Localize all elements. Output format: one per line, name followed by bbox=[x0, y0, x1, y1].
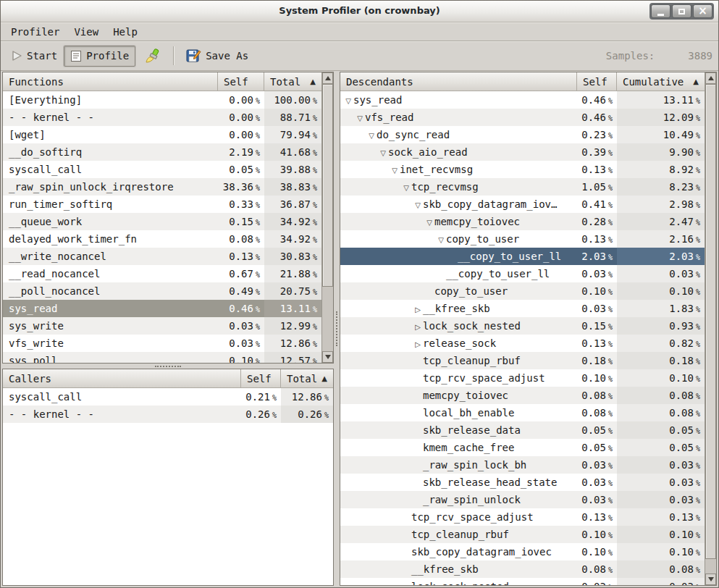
scroll-down-button[interactable] bbox=[322, 351, 333, 363]
function-name: tcp_cleanup_rbuf bbox=[411, 529, 509, 540]
descendant-row[interactable]: kmem_cache_free0.05%0.05% bbox=[340, 439, 705, 456]
percent-value: 0.13 bbox=[581, 511, 606, 523]
scrollbar-track[interactable] bbox=[322, 84, 333, 351]
save-as-button[interactable]: Save As bbox=[180, 44, 255, 67]
scroll-up-button[interactable] bbox=[322, 72, 333, 84]
function-name: do_sync_read bbox=[377, 129, 450, 140]
descendant-row[interactable]: ▽do_sync_read0.23%10.49% bbox=[340, 126, 705, 143]
descendant-row[interactable]: tcp_cleanup_rbuf0.18%0.18% bbox=[340, 352, 705, 369]
descendant-row[interactable]: tcp_rcv_space_adjust0.10%0.10% bbox=[340, 369, 705, 387]
function-row[interactable]: _raw_spin_unlock_irqrestore38.36%38.83% bbox=[3, 178, 321, 196]
expander-collapsed-icon[interactable]: ▷ bbox=[413, 301, 423, 317]
caller-row[interactable]: syscall_call0.21%12.86% bbox=[3, 388, 333, 406]
function-row[interactable]: __poll_nocancel0.49%20.75% bbox=[3, 282, 321, 300]
descendant-row[interactable]: skb_release_head_state0.03%0.03% bbox=[340, 474, 705, 491]
descendant-row[interactable]: memcpy_toiovec0.08%0.08% bbox=[340, 387, 705, 404]
functions-total-column-header[interactable]: Total ▲ bbox=[264, 72, 321, 91]
menu-item-view[interactable]: View bbox=[67, 24, 106, 40]
function-row[interactable]: syscall_call0.05%39.88% bbox=[3, 161, 321, 178]
function-row[interactable]: delayed_work_timer_fn0.08%34.92% bbox=[3, 230, 321, 248]
descendant-row[interactable]: ▽vfs_read0.46%12.09% bbox=[340, 109, 705, 126]
percent-value: 0.23 bbox=[581, 129, 606, 140]
descendant-row[interactable]: tcp_cleanup_rbuf0.10%0.10% bbox=[340, 526, 705, 543]
descendants-scrollbar[interactable] bbox=[705, 72, 716, 585]
callers-column-header[interactable]: Callers bbox=[3, 369, 241, 388]
profile-button-label: Profile bbox=[86, 50, 129, 62]
descendant-row[interactable]: __kfree_skb0.08%0.08% bbox=[340, 560, 705, 578]
descendant-row[interactable]: ▽skb_copy_datagram_iov…0.41%2.98% bbox=[340, 196, 705, 213]
expander-open-icon[interactable]: ▽ bbox=[366, 127, 377, 143]
descendant-row[interactable]: ▷lock_sock_nested0.15%0.93% bbox=[340, 317, 705, 335]
callers-self-column-header[interactable]: Self bbox=[241, 369, 281, 388]
descendant-row[interactable]: skb_release_data0.05%0.05% bbox=[340, 421, 705, 439]
scroll-down-button[interactable] bbox=[705, 574, 716, 585]
descendants-cumulative-column-header[interactable]: Cumulative ▲ bbox=[617, 72, 705, 91]
descendant-row[interactable]: ▽inet_recvmsg0.13%8.92% bbox=[340, 161, 705, 178]
horizontal-pane-splitter[interactable] bbox=[2, 364, 334, 369]
expander-collapsed-icon[interactable]: ▷ bbox=[413, 336, 423, 352]
function-row[interactable]: run_timer_softirq0.33%36.87% bbox=[3, 196, 321, 213]
self-percent-cell: 0.13% bbox=[218, 248, 264, 265]
function-row[interactable]: sys_read0.46%13.11% bbox=[3, 300, 321, 317]
descendant-row[interactable]: tcp_rcv_space_adjust0.13%0.13% bbox=[340, 508, 705, 526]
function-row[interactable]: sys_poll0.10%12.57% bbox=[3, 352, 321, 363]
expander-open-icon[interactable]: ▽ bbox=[378, 145, 388, 161]
scroll-up-button[interactable] bbox=[705, 72, 716, 84]
maximize-button[interactable] bbox=[672, 4, 691, 18]
expander-open-icon[interactable]: ▽ bbox=[390, 162, 400, 178]
menu-item-help[interactable]: Help bbox=[106, 24, 145, 40]
descendant-row[interactable]: __copy_to_user_ll2.03%2.03% bbox=[340, 248, 705, 265]
descendant-row[interactable]: ▽sys_read0.46%13.11% bbox=[340, 91, 705, 109]
expander-open-icon[interactable]: ▽ bbox=[401, 180, 411, 196]
descendant-row[interactable]: copy_to_user0.10%0.10% bbox=[340, 282, 705, 300]
clear-brush-button[interactable] bbox=[138, 44, 167, 68]
function-row[interactable]: __queue_work0.15%34.92% bbox=[3, 213, 321, 230]
caller-row[interactable]: - - kernel - -0.26%0.26% bbox=[3, 406, 333, 423]
percent-sign: % bbox=[256, 184, 260, 192]
expander-open-icon[interactable]: ▽ bbox=[436, 232, 446, 248]
menu-item-profiler[interactable]: Profiler bbox=[4, 24, 67, 40]
descendant-row[interactable]: _raw_spin_unlock0.03%0.03% bbox=[340, 491, 705, 508]
minimize-button[interactable] bbox=[651, 4, 670, 18]
descendant-row[interactable]: ▷__kfree_skb0.03%1.83% bbox=[340, 300, 705, 317]
function-row[interactable]: __read_nocancel0.67%21.88% bbox=[3, 265, 321, 282]
expander-open-icon[interactable]: ▽ bbox=[355, 110, 365, 126]
descendant-row[interactable]: _raw_spin_lock_bh0.03%0.03% bbox=[340, 456, 705, 474]
function-row[interactable]: - - kernel - -0.00%88.71% bbox=[3, 109, 321, 126]
expander-open-icon[interactable]: ▽ bbox=[343, 93, 353, 109]
percent-sign: % bbox=[696, 375, 700, 383]
expander-collapsed-icon[interactable]: ▷ bbox=[413, 319, 423, 335]
callers-total-column-header[interactable]: Total ▲ bbox=[281, 369, 333, 388]
functions-self-column-header[interactable]: Self bbox=[218, 72, 264, 91]
expander-open-icon[interactable]: ▽ bbox=[413, 197, 423, 213]
descendant-row[interactable]: ▽sock_aio_read0.39%9.90% bbox=[340, 143, 705, 161]
close-button[interactable]: × bbox=[693, 4, 712, 18]
scrollbar-thumb[interactable] bbox=[705, 84, 716, 559]
vertical-pane-splitter[interactable] bbox=[334, 72, 340, 586]
function-name: syscall_call bbox=[3, 161, 218, 178]
descendant-row[interactable]: ▽copy_to_user0.13%2.16% bbox=[340, 230, 705, 248]
descendant-row[interactable]: skb_copy_datagram_iovec0.10%0.10% bbox=[340, 543, 705, 560]
percent-sign: % bbox=[256, 201, 260, 209]
function-row[interactable]: __do_softirq2.19%41.68% bbox=[3, 143, 321, 161]
descendant-row[interactable]: local_bh_enable0.08%0.08% bbox=[340, 404, 705, 421]
profile-toggle-button[interactable]: Profile bbox=[64, 46, 135, 67]
expander-open-icon[interactable]: ▽ bbox=[424, 214, 434, 230]
descendant-row[interactable]: ▽memcpy_toiovec0.28%2.47% bbox=[340, 213, 705, 230]
function-row[interactable]: sys_write0.03%12.99% bbox=[3, 317, 321, 335]
scrollbar-thumb[interactable] bbox=[322, 84, 333, 287]
scrollbar-track[interactable] bbox=[705, 84, 716, 574]
descendant-row[interactable]: ▽tcp_recvmsg1.05%8.23% bbox=[340, 178, 705, 196]
functions-column-header[interactable]: Functions bbox=[3, 72, 218, 91]
descendants-self-column-header[interactable]: Self bbox=[577, 72, 617, 91]
start-button[interactable]: Start bbox=[5, 46, 64, 66]
descendants-column-header[interactable]: Descendants bbox=[340, 72, 577, 91]
function-row[interactable]: [Everything]0.00%100.00% bbox=[3, 91, 321, 109]
descendant-row[interactable]: __copy_to_user_ll0.03%0.03% bbox=[340, 265, 705, 282]
function-row[interactable]: vfs_write0.03%12.86% bbox=[3, 335, 321, 352]
descendant-row[interactable]: lock_sock_nested0.03%0.03% bbox=[340, 578, 705, 585]
function-row[interactable]: [wget]0.00%79.94% bbox=[3, 126, 321, 143]
function-row[interactable]: __write_nocancel0.13%30.83% bbox=[3, 248, 321, 265]
descendant-row[interactable]: ▷release_sock0.13%0.82% bbox=[340, 335, 705, 352]
functions-scrollbar[interactable] bbox=[321, 72, 333, 363]
